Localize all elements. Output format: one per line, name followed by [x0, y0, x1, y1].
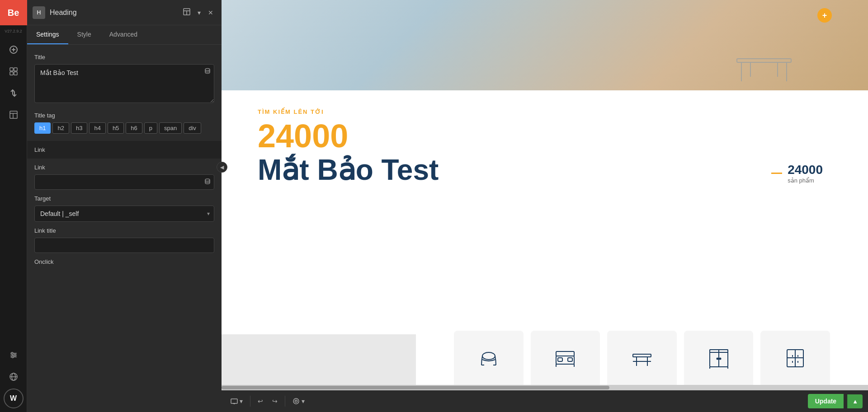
update-btn[interactable]: Update — [808, 394, 844, 408]
link-db-btn[interactable] — [204, 178, 211, 186]
tag-h1-btn[interactable]: h1 — [34, 122, 51, 134]
svg-rect-32 — [556, 356, 574, 364]
panel-tabs: Settings Style Advanced — [27, 25, 222, 45]
tag-h3-btn[interactable]: h3 — [71, 122, 87, 134]
category-cabinet[interactable] — [760, 331, 830, 385]
settings-panel: H Heading ▾ ✕ Settings Style Advanced Ti… — [27, 0, 222, 412]
category-chair[interactable] — [454, 331, 524, 385]
panel-header-actions: ▾ ✕ — [180, 6, 216, 19]
title-tag-group: h1 h2 h3 h4 h5 h6 p span div — [34, 122, 214, 134]
title-textarea[interactable]: Mắt Bảo Test — [34, 64, 214, 103]
category-table[interactable] — [607, 331, 677, 385]
table-icon — [628, 344, 656, 371]
panel-container: H Heading ▾ ✕ Settings Style Advanced Ti… — [27, 0, 222, 412]
tag-h5-btn[interactable]: h5 — [108, 122, 124, 134]
device-label: ▾ — [240, 398, 243, 405]
svg-point-22 — [205, 69, 210, 71]
globe-btn[interactable] — [4, 367, 24, 387]
title-db-icon-btn[interactable] — [204, 68, 211, 75]
search-label: TÌM KIẾM LÊN TỚI — [258, 108, 832, 115]
tab-settings[interactable]: Settings — [27, 25, 68, 44]
main-canvas: + TÌM KIẾM LÊN TỚI 24000 Mắt Bảo Test 24… — [222, 0, 868, 412]
link-section[interactable]: Link — [27, 141, 222, 159]
onclick-field-label: Onclick — [34, 258, 214, 265]
svg-point-59 — [293, 398, 299, 404]
link-title-input-wrapper — [34, 238, 214, 253]
content-section: TÌM KIẾM LÊN TỚI 24000 Mắt Bảo Test 2400… — [222, 90, 868, 334]
toolbar-left: ▾ ↩ ↪ ▾ — [227, 395, 308, 407]
link-input[interactable] — [34, 174, 214, 190]
svg-rect-43 — [710, 350, 719, 352]
link-section-label: Link — [34, 146, 45, 153]
widget-btn[interactable] — [4, 61, 24, 81]
big-heading: Mắt Bảo Test — [258, 154, 832, 186]
bed-icon — [552, 344, 579, 371]
bottom-toolbar: ▾ ↩ ↪ ▾ Update ▲ — [222, 390, 868, 412]
app-logo[interactable]: Be — [0, 0, 27, 25]
link-field-label: Link — [34, 164, 214, 171]
svg-point-15 — [12, 356, 14, 358]
svg-point-46 — [719, 358, 721, 360]
tag-h6-btn[interactable]: h6 — [126, 122, 142, 134]
wp-btn[interactable]: W — [4, 389, 24, 408]
svg-rect-5 — [10, 72, 13, 75]
horizontal-scrollbar[interactable] — [222, 385, 868, 390]
panel-dropdown-btn[interactable]: ▾ — [195, 7, 203, 18]
stat-box: 24000 sản phẩm — [771, 163, 823, 184]
svg-point-60 — [295, 400, 297, 403]
svg-rect-44 — [719, 350, 728, 352]
target-select[interactable]: Default | _self _blank _parent _top — [34, 206, 214, 222]
svg-rect-33 — [558, 358, 562, 361]
category-wardrobe[interactable] — [684, 331, 754, 385]
svg-rect-6 — [14, 72, 17, 75]
update-dropdown-btn[interactable]: ▲ — [847, 394, 863, 408]
stat-label: sản phẩm — [788, 177, 823, 184]
title-tag-label: Title tag — [34, 112, 214, 119]
panel-layout-btn[interactable] — [180, 6, 193, 19]
tag-p-btn[interactable]: p — [144, 122, 157, 134]
hero-image: + — [222, 0, 868, 90]
panel-collapse-btn[interactable]: ◀ — [217, 162, 227, 173]
device-toggle-btn[interactable]: ▾ — [227, 395, 246, 407]
svg-point-14 — [14, 354, 16, 356]
preview-arrow: ▾ — [302, 398, 305, 405]
svg-point-13 — [11, 352, 13, 354]
tag-h2-btn[interactable]: h2 — [52, 122, 69, 134]
template-btn[interactable] — [4, 105, 24, 125]
link-title-input[interactable] — [34, 238, 214, 253]
transfer-btn[interactable] — [4, 83, 24, 103]
svg-rect-4 — [14, 68, 17, 71]
title-field-label: Title — [34, 54, 214, 61]
add-element-btn[interactable] — [4, 40, 24, 60]
link-title-field-label: Link title — [34, 227, 214, 234]
preview-btn[interactable]: ▾ — [289, 395, 308, 407]
undo-btn[interactable]: ↩ — [254, 395, 267, 407]
redo-btn[interactable]: ↪ — [269, 395, 281, 407]
app-version: V27.2.9.2 — [5, 29, 22, 33]
panel-close-btn[interactable]: ✕ — [205, 7, 216, 18]
add-section-btn[interactable]: + — [817, 8, 832, 23]
panel-header: H Heading ▾ ✕ — [27, 0, 222, 25]
title-textarea-wrapper: Mắt Bảo Test — [34, 64, 214, 105]
tag-div-btn[interactable]: div — [184, 122, 201, 134]
svg-rect-3 — [10, 68, 13, 71]
category-bed[interactable] — [531, 331, 600, 385]
big-number: 24000 — [258, 120, 832, 152]
scrollbar-thumb[interactable] — [222, 386, 609, 389]
svg-rect-56 — [231, 399, 237, 403]
tab-style[interactable]: Style — [68, 25, 100, 44]
toolbar-sep-1 — [250, 396, 250, 407]
panel-element-icon: H — [33, 6, 45, 19]
filter-settings-btn[interactable] — [4, 345, 24, 365]
stat-text: 24000 sản phẩm — [788, 163, 823, 184]
stat-line — [771, 173, 782, 174]
tag-span-btn[interactable]: span — [159, 122, 182, 134]
tag-h4-btn[interactable]: h4 — [89, 122, 105, 134]
tab-advanced[interactable]: Advanced — [100, 25, 146, 44]
svg-rect-24 — [737, 59, 791, 62]
wardrobe-icon — [705, 344, 732, 371]
toolbar-sep-2 — [285, 396, 285, 407]
svg-rect-37 — [633, 354, 651, 357]
cabinet-icon — [782, 344, 809, 371]
canvas-area: + TÌM KIẾM LÊN TỚI 24000 Mắt Bảo Test 24… — [222, 0, 868, 412]
